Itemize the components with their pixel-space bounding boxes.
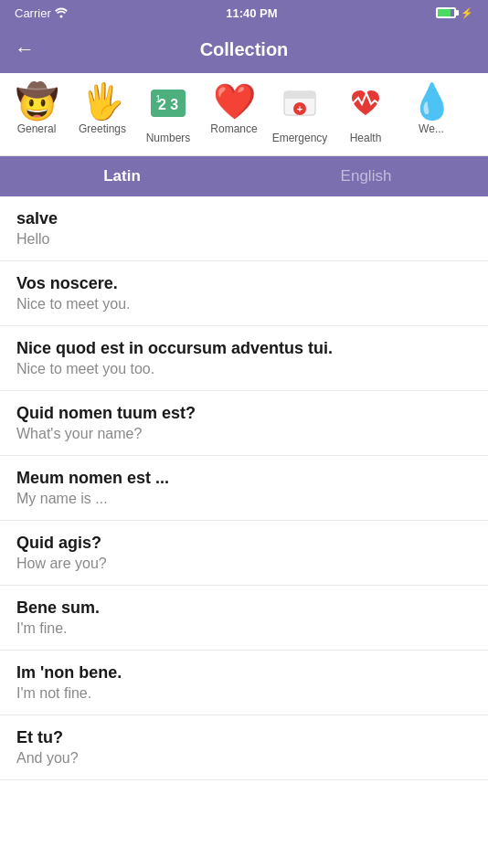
status-time: 11:40 PM (226, 6, 277, 20)
phrase-item-7[interactable]: Im 'non bene. I'm not fine. (0, 651, 488, 715)
phrase-item-2[interactable]: Nice quod est in occursum adventus tui. … (0, 326, 488, 391)
svg-text:+: + (297, 103, 302, 114)
battery-icon (436, 7, 456, 18)
category-label-weather: We... (419, 122, 444, 135)
category-item-general[interactable]: 🤠 General (4, 80, 69, 148)
category-item-greetings[interactable]: 🖐️ Greetings (69, 80, 135, 148)
category-item-numbers[interactable]: 2 3 1 Numbers (135, 80, 201, 148)
category-label-emergency: Emergency (272, 132, 328, 144)
category-item-romance[interactable]: ❤️ Romance (201, 80, 267, 148)
category-emoji-weather: 💧 (410, 84, 453, 119)
charging-icon: ⚡ (461, 7, 473, 19)
category-item-weather[interactable]: 💧 We... (398, 80, 464, 148)
language-tab-bar: Latin English (0, 156, 488, 196)
phrase-english-0: Hello (16, 231, 472, 248)
phrase-english-6: I'm fine. (16, 620, 472, 637)
tab-english[interactable]: English (244, 156, 488, 196)
phrase-latin-2: Nice quod est in occursum adventus tui. (16, 339, 472, 358)
phrase-item-0[interactable]: salve Hello (0, 196, 488, 261)
phrase-latin-5: Quid agis? (16, 534, 472, 553)
status-bar: Carrier 11:40 PM ⚡ (0, 0, 488, 26)
phrase-latin-6: Bene sum. (16, 598, 472, 618)
category-label-romance: Romance (210, 122, 257, 135)
phrase-english-8: And you? (16, 750, 472, 767)
svg-point-0 (59, 16, 62, 18)
phrase-english-5: How are you? (16, 556, 472, 572)
page-title: Collection (44, 39, 444, 60)
phrase-latin-4: Meum nomen est ... (16, 469, 472, 488)
category-item-health[interactable]: Health (333, 80, 398, 148)
phrase-latin-1: Vos noscere. (16, 274, 472, 293)
category-label-greetings: Greetings (79, 122, 126, 135)
phrase-item-8[interactable]: Et tu? And you? (0, 715, 488, 780)
phrase-english-3: What's your name? (16, 426, 472, 442)
tab-latin[interactable]: Latin (0, 156, 244, 196)
phrase-item-1[interactable]: Vos noscere. Nice to meet you. (0, 261, 488, 326)
phrase-english-1: Nice to meet you. (16, 296, 472, 312)
phrase-latin-7: Im 'non bene. (16, 663, 472, 683)
svg-rect-5 (284, 91, 315, 99)
category-emoji-greetings: 🖐️ (81, 84, 124, 119)
svg-text:2 3: 2 3 (158, 97, 178, 112)
phrase-latin-8: Et tu? (16, 728, 472, 747)
phrase-list: salve Hello Vos noscere. Nice to meet yo… (0, 196, 488, 780)
svg-text:1: 1 (155, 94, 161, 104)
carrier-text: Carrier (15, 6, 68, 20)
phrase-latin-0: salve (16, 209, 472, 228)
phrase-item-6[interactable]: Bene sum. I'm fine. (0, 586, 488, 651)
phrase-english-7: I'm not fine. (16, 685, 472, 702)
status-right: ⚡ (436, 7, 473, 19)
phrase-english-2: Nice to meet you too. (16, 361, 472, 377)
phrase-english-4: My name is ... (16, 491, 472, 507)
back-button[interactable]: ← (15, 37, 44, 61)
category-label-general: General (17, 122, 57, 135)
category-emoji-health (346, 84, 385, 128)
phrase-item-4[interactable]: Meum nomen est ... My name is ... (0, 456, 488, 521)
phrase-latin-3: Quid nomen tuum est? (16, 404, 472, 423)
category-bar: 🤠 General 🖐️ Greetings 2 3 1 Numbers ❤️ … (0, 73, 488, 156)
category-emoji-emergency: + (281, 84, 319, 128)
category-emoji-general: 🤠 (16, 84, 58, 119)
category-emoji-numbers: 2 3 1 (149, 84, 187, 128)
category-label-numbers: Numbers (146, 132, 191, 144)
phrase-item-5[interactable]: Quid agis? How are you? (0, 521, 488, 586)
category-label-health: Health (350, 132, 382, 144)
phrase-item-3[interactable]: Quid nomen tuum est? What's your name? (0, 391, 488, 456)
header: ← Collection (0, 26, 488, 73)
category-item-emergency[interactable]: + Emergency (267, 80, 333, 148)
category-emoji-romance: ❤️ (213, 84, 256, 119)
wifi-icon (55, 7, 68, 18)
